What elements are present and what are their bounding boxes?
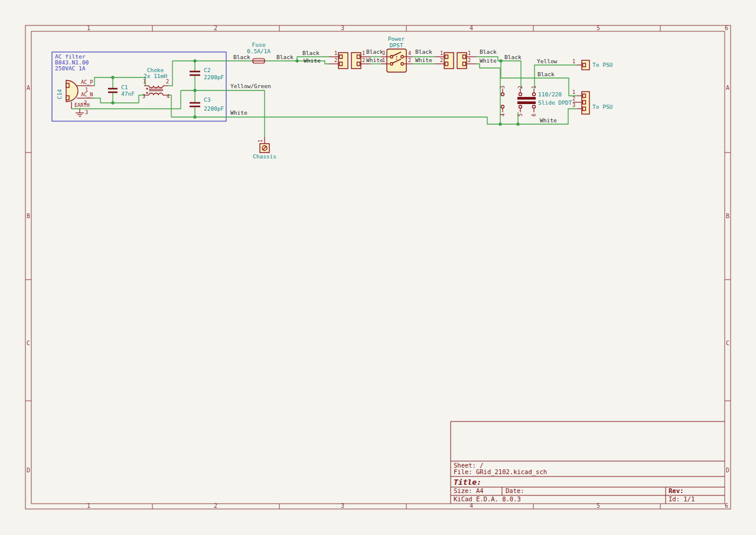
component-choke[interactable]: Choke 2x 11mH 1 2 3 4 <box>142 67 170 99</box>
conn1b-contact <box>357 62 360 66</box>
title-block-file: File: GRid_2102.kicad_sch <box>454 468 547 476</box>
zone-col-label: 5 <box>597 25 600 31</box>
choke-polarity-dot <box>146 88 148 90</box>
psu3-label[interactable]: To PSU <box>592 103 613 110</box>
psu1-contact <box>583 63 586 67</box>
component-c1[interactable]: C1 47nF <box>108 84 135 97</box>
conn1a-contact <box>340 62 343 66</box>
zone-row-label: A <box>27 85 30 91</box>
c14-ref[interactable]: C14 <box>56 89 63 99</box>
net-label-white[interactable]: White <box>480 57 497 64</box>
frame-inner <box>31 31 725 504</box>
choke-coil1[interactable] <box>149 86 163 88</box>
component-psu1[interactable]: 1 To PSU <box>572 59 613 70</box>
dpdt-type[interactable]: Slide DPDT <box>538 99 572 106</box>
psu1-label[interactable]: To PSU <box>592 61 613 68</box>
net-label-black[interactable]: Black <box>302 50 320 56</box>
dpst-pin2-num: 2 <box>408 57 411 63</box>
dpdt-pin3-num: 3 <box>500 86 506 89</box>
choke-value[interactable]: 2x 11mH <box>144 73 167 79</box>
net-label-white[interactable]: White <box>540 117 557 124</box>
c2-value[interactable]: 2200pF <box>204 74 224 80</box>
ac-filter-rating: 250VAC 1A <box>55 65 86 72</box>
net-label-white[interactable]: White <box>304 57 321 64</box>
c2-ref[interactable]: C2 <box>204 67 210 73</box>
component-conn2a[interactable]: 1 2 <box>435 50 454 69</box>
choke-pin1-num: 1 <box>143 79 146 85</box>
component-conn1a[interactable]: 1 2 <box>329 50 348 69</box>
wire-acp-to-choke[interactable] <box>93 77 145 86</box>
schematic-canvas[interactable]: 1 2 3 4 5 6 1 2 3 4 5 6 A B C D A B C D … <box>0 0 756 535</box>
dpdt-slide-bar[interactable] <box>517 97 536 100</box>
choke-coil2[interactable] <box>149 93 163 95</box>
c14-pin1-name: AC_P <box>81 79 93 85</box>
component-fuse[interactable]: Fuse 0.5A/1A <box>247 41 271 63</box>
net-label-white[interactable]: White <box>230 109 247 116</box>
zone-col-label: 6 <box>725 25 728 31</box>
wire-yellow-green[interactable] <box>181 90 265 137</box>
psu3-pin2-num: 2 <box>572 96 575 102</box>
conn2b-pin2-num: 2 <box>468 57 471 63</box>
c14-pin-contact <box>66 83 69 87</box>
conn1b-pin1-num: 1 <box>362 50 365 56</box>
ac-filter-box[interactable]: AC filter B843.N1.00 250VAC 1A <box>52 52 226 121</box>
junction-dot <box>193 89 196 92</box>
frame-ticks-bottom <box>152 504 660 509</box>
c1-ref[interactable]: C1 <box>121 84 128 90</box>
junction-dot <box>111 76 114 79</box>
junction-dot <box>193 115 196 118</box>
choke-pin2-num: 2 <box>166 79 169 85</box>
component-dpst-switch[interactable]: Power DPST 3 4 1 2 <box>381 35 412 72</box>
junction-dot <box>295 59 298 62</box>
zone-col-label: 2 <box>214 502 217 509</box>
c3-value[interactable]: 2200pF <box>204 105 224 112</box>
component-slide-dpdt[interactable]: 3 2 1 4 5 6 110/220 Slide DPDT <box>500 86 572 116</box>
dpst-body[interactable] <box>387 49 406 72</box>
wire-black-to-dpdt[interactable] <box>501 61 521 89</box>
net-label-black[interactable]: Black <box>233 54 250 60</box>
net-label-white[interactable]: White <box>366 57 383 63</box>
zone-row-label: C <box>27 340 30 346</box>
net-label-black[interactable]: Black <box>415 48 432 55</box>
dpdt-slide-bar[interactable] <box>517 102 536 105</box>
fuse-name[interactable]: Fuse <box>252 41 266 48</box>
fuse-value[interactable]: 0.5A/1A <box>247 48 271 54</box>
conn2b-contact <box>463 55 466 59</box>
net-label-white[interactable]: White <box>415 57 432 63</box>
net-label-yellow[interactable]: Yellow <box>537 58 558 64</box>
net-label-black[interactable]: Black <box>537 71 555 77</box>
psu3-contact <box>583 107 586 111</box>
dpdt-pin5-num: 5 <box>517 114 523 116</box>
title-block-title: Title: <box>454 478 481 487</box>
dpdt-name[interactable]: 110/220 <box>538 91 562 98</box>
title-block-lines <box>451 421 725 504</box>
net-label-black[interactable]: Black <box>276 54 294 60</box>
title-block-generator: KiCad E.D.A. 8.0.3 <box>454 495 521 502</box>
psu1-pin1-num: 1 <box>572 59 575 64</box>
net-label-black[interactable]: Black <box>504 54 522 60</box>
junction-dot <box>516 122 519 125</box>
chassis-label[interactable]: Chassis <box>253 153 276 160</box>
c14-pin3-num: 3 <box>85 109 88 115</box>
zone-row-label: B <box>726 213 729 219</box>
dpdt-contact <box>501 105 504 108</box>
component-psu3[interactable]: 1 2 3 To PSU <box>572 89 613 114</box>
net-label-black[interactable]: Black <box>480 48 497 55</box>
component-conn2b[interactable]: 1 2 <box>457 50 476 69</box>
net-label-black[interactable]: Black <box>366 48 383 55</box>
conn2a-contact <box>445 55 448 59</box>
choke-polarity-dot <box>146 92 148 94</box>
c1-value[interactable]: 47nF <box>121 90 135 97</box>
conn1b-pin2-num: 2 <box>362 57 365 63</box>
wire-conn2-white-out[interactable] <box>476 64 500 124</box>
zone-row-label: A <box>726 85 729 91</box>
net-label-yellow-green[interactable]: Yellow/Green <box>230 83 271 89</box>
component-chassis[interactable]: 1 Chassis <box>253 137 276 160</box>
dpst-name[interactable]: Power <box>388 35 405 42</box>
zone-col-label: 2 <box>214 25 217 31</box>
c3-ref[interactable]: C3 <box>204 96 210 103</box>
wire-acn-to-choke[interactable] <box>93 95 144 103</box>
component-c14-inlet[interactable]: C14 AC_P 1 AC_N 2 EARTH 3 <box>56 79 93 116</box>
c14-pin2-name: AC_N <box>81 92 93 98</box>
dpst-type[interactable]: DPST <box>390 42 403 48</box>
